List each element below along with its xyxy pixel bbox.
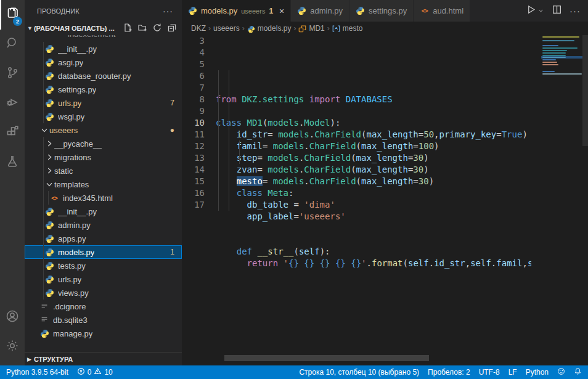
feedback-button[interactable] (553, 365, 570, 379)
code-line-12: db_table = 'dima' (216, 199, 531, 211)
collapse-all-icon[interactable] (167, 23, 177, 34)
horizontal-scrollbar[interactable] (224, 355, 429, 361)
settings-button[interactable] (0, 332, 25, 362)
tree-item-wsgi-py[interactable]: wsgi.py (25, 110, 182, 123)
tree-item-settings-py[interactable]: settings.py (25, 83, 182, 96)
python-file-icon (247, 25, 255, 33)
line-number-gutter[interactable]: 34567891011121314151617 (182, 35, 216, 269)
code-line-4 (216, 105, 531, 117)
new-folder-icon[interactable] (137, 23, 147, 34)
tab-aud-html[interactable]: <>aud.html (414, 0, 470, 22)
tree-item-static[interactable]: static (25, 164, 182, 177)
minimap-line (542, 64, 558, 65)
explorer-button[interactable]: 2 (0, 0, 25, 30)
python-file-icon (44, 247, 54, 257)
editor-more-icon[interactable]: ··· (570, 6, 581, 16)
outline-section-header[interactable]: ▶ СТРУКТУРА (25, 352, 182, 365)
chevron-right-icon (44, 139, 54, 149)
line-number: 10 (182, 117, 205, 129)
chevron-down-icon (44, 179, 54, 189)
tab-admin-py[interactable]: admin.py (291, 0, 349, 22)
search-button[interactable] (0, 30, 25, 59)
workspace-label: (РАБОЧАЯ ОБЛАСТЬ) ... (34, 25, 115, 32)
notifications-button[interactable] (570, 365, 588, 379)
tree-item-database-roouter-py[interactable]: database_roouter.py (25, 69, 182, 83)
run-debug-icon (5, 95, 20, 112)
refresh-icon[interactable] (152, 23, 162, 34)
file-tree[interactable]: indexelement __init__.pyasgi.pydatabase_… (25, 35, 182, 352)
explorer-badge: 2 (13, 17, 22, 26)
source-control-button[interactable] (0, 59, 25, 89)
minimap-line (542, 50, 567, 51)
tree-item-label: __pycache__ (54, 139, 102, 149)
tree-item-views-py[interactable]: views.py (25, 286, 182, 300)
tree-item-apps-py[interactable]: apps.py (25, 232, 182, 245)
python-interpreter-item[interactable]: Python 3.9.5 64-bit (0, 365, 73, 379)
tree-item-admin-py[interactable]: admin.py (25, 218, 182, 232)
tree-item-urls-py[interactable]: urls.py (25, 272, 182, 286)
tree-item-tests-py[interactable]: tests.py (25, 259, 182, 272)
split-editor-icon[interactable] (552, 4, 562, 17)
code-editor[interactable]: 34567891011121314151617 from DKZ.setting… (182, 35, 588, 365)
minimap-line (542, 62, 557, 63)
code-line-15 (216, 234, 531, 246)
minimap[interactable] (541, 35, 582, 134)
tab-label: models.py (201, 6, 237, 15)
tree-item-asgi-py[interactable]: asgi.py (25, 55, 182, 69)
breadcrumb-item-mesto[interactable]: mesto (332, 24, 363, 33)
tree-item-migrations[interactable]: migrations (25, 150, 182, 164)
tree-item-badge: 1 (170, 248, 174, 256)
new-file-icon[interactable] (123, 23, 133, 34)
tree-item-label: __init__.py (58, 207, 97, 216)
tab-settings-py[interactable]: settings.py (349, 0, 414, 22)
close-icon[interactable]: × (279, 6, 284, 16)
cursor-position-item[interactable]: Строка 10, столбец 10 (выбрано 5) (295, 365, 423, 379)
tree-item--dcignore[interactable]: .dcignore (25, 300, 182, 313)
breadcrumb-item-models-py[interactable]: models.py (247, 24, 292, 33)
workspace-section-header[interactable]: ▼ (РАБОЧАЯ ОБЛАСТЬ) ... (25, 22, 182, 35)
language-mode-item[interactable]: Python (521, 365, 553, 379)
code-lines: from DKZ.settings import DATABASESclass … (216, 35, 531, 269)
tree-item-label: apps.py (58, 234, 86, 243)
tab-bar: models.pyuseeers1×admin.pysettings.py<>a… (182, 0, 588, 22)
activity-bar: 2 (0, 0, 25, 365)
tree-item-manage-py[interactable]: manage.py (25, 327, 182, 340)
line-number: 4 (182, 47, 205, 59)
tree-indent-guide (43, 137, 44, 300)
tab-directory-hint: useeers (241, 7, 265, 15)
explorer-more-icon[interactable]: ··· (163, 6, 173, 16)
extensions-button[interactable] (0, 118, 25, 148)
breadcrumb-item-md1[interactable]: MD1 (298, 24, 324, 33)
testing-icon (5, 154, 20, 171)
problems-item[interactable]: 0 10 (73, 365, 117, 379)
tree-item--init-py[interactable]: __init__.py (25, 42, 182, 55)
line-number: 5 (182, 59, 205, 70)
testing-button[interactable] (0, 148, 25, 177)
extensions-icon (5, 124, 20, 142)
account-button[interactable] (0, 303, 25, 332)
tree-item-urls-py[interactable]: urls.py7 (25, 96, 182, 110)
breadcrumb-label: models.py (258, 24, 292, 33)
tab-models-py[interactable]: models.pyuseeers1× (182, 0, 291, 22)
vertical-scrollbar[interactable] (582, 35, 588, 146)
breadcrumb-item-dkz[interactable]: DKZ (191, 24, 206, 33)
run-python-file-button[interactable] (526, 4, 544, 17)
breadcrumb-item-useeers[interactable]: useeers (213, 24, 240, 33)
chevron-right-icon: ▶ (27, 356, 31, 362)
tree-item--pycache-[interactable]: __pycache__ (25, 137, 182, 150)
tree-item-label: urls.py (58, 99, 81, 108)
tree-item-models-py[interactable]: models.py1 (25, 245, 182, 259)
tree-item-badge: ● (170, 126, 174, 134)
run-debug-button[interactable] (0, 89, 25, 118)
tree-item-templates[interactable]: templates (25, 177, 182, 191)
tree-partial-item: indexelement (68, 35, 115, 39)
status-bar: Python 3.9.5 64-bit 0 10 Строка 10, стол… (0, 365, 588, 379)
eol-item[interactable]: LF (504, 365, 521, 379)
tree-item--init-py[interactable]: __init__.py (25, 205, 182, 218)
indentation-item[interactable]: Пробелов: 2 (423, 365, 475, 379)
tree-indent-guide (43, 42, 44, 123)
tree-item-useeers[interactable]: useeers● (25, 123, 182, 137)
tree-item-db-sqlite3[interactable]: db.sqlite3 (25, 313, 182, 327)
encoding-item[interactable]: UTF-8 (475, 365, 504, 379)
breadcrumb-separator-icon: › (327, 24, 330, 33)
